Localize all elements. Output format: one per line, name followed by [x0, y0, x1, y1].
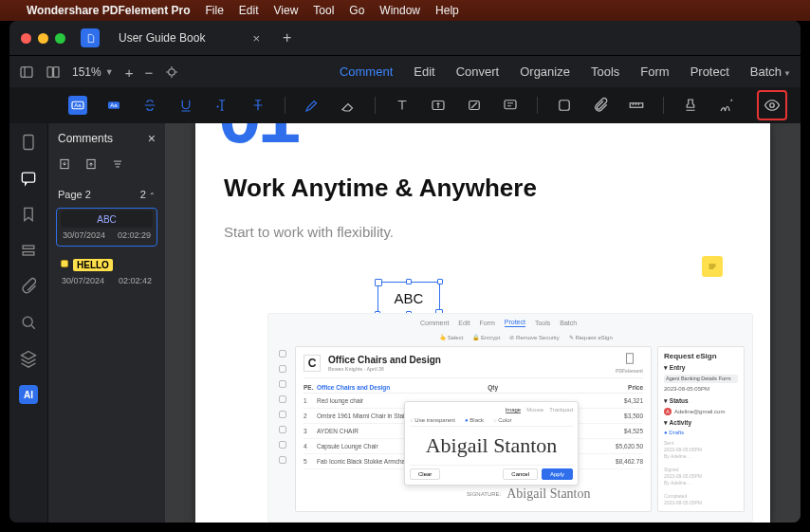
- sidebar-close-icon[interactable]: ×: [148, 131, 156, 146]
- macos-menubar: Wondershare PDFelement Pro File Edit Vie…: [0, 0, 810, 21]
- svg-rect-15: [24, 136, 33, 150]
- page-label: Page 2: [58, 189, 91, 200]
- panel-single-icon[interactable]: [19, 64, 34, 80]
- svg-rect-16: [22, 173, 34, 182]
- textbox-annotation[interactable]: ABC: [377, 282, 440, 314]
- tab-tools[interactable]: Tools: [591, 64, 619, 79]
- tab-organize[interactable]: Organize: [520, 64, 570, 79]
- attachment-tool-icon[interactable]: [591, 96, 610, 115]
- menu-file[interactable]: File: [206, 4, 224, 17]
- svg-rect-22: [62, 261, 68, 267]
- signature-tool-icon[interactable]: [717, 96, 736, 115]
- document-viewport[interactable]: 01 Work Anytime & Anywhere Start to work…: [165, 123, 801, 523]
- chevron-up-icon: ⌃: [149, 192, 156, 200]
- menu-edit[interactable]: Edit: [239, 4, 259, 17]
- ai-panel-icon[interactable]: AI: [19, 385, 38, 404]
- comment-time: 02:02:42: [119, 276, 152, 285]
- chevron-down-icon: ▼: [783, 69, 791, 78]
- tab-add-button[interactable]: +: [269, 29, 304, 46]
- note-tool-icon[interactable]: [501, 96, 520, 115]
- svg-rect-2: [47, 66, 52, 77]
- text-callout-tool-icon[interactable]: [429, 96, 448, 115]
- menu-help[interactable]: Help: [435, 4, 459, 17]
- shape-tool-icon[interactable]: [555, 96, 574, 115]
- textbox-tool-icon[interactable]: Aa: [68, 96, 87, 115]
- app-window: User Guide Book × + 151% ▼ + − Comment E…: [9, 21, 801, 523]
- fit-icon[interactable]: [164, 64, 179, 80]
- measure-tool-icon[interactable]: [627, 96, 646, 115]
- signature-dialog: Image Mouse Trackpad Use transparent Bla…: [404, 401, 579, 486]
- chapter-number: 01: [218, 123, 742, 132]
- comment-date: 30/07/2024: [63, 230, 105, 240]
- tab-form[interactable]: Form: [640, 64, 669, 79]
- insert-text-tool-icon[interactable]: [212, 96, 231, 115]
- hide-annotations-button[interactable]: [757, 90, 787, 120]
- titlebar: User Guide Book × +: [9, 21, 801, 55]
- tab-protect[interactable]: Protect: [690, 64, 729, 79]
- window-controls: [9, 33, 77, 44]
- page-heading: Work Anytime & Anywhere: [224, 174, 742, 203]
- svg-rect-11: [505, 101, 516, 109]
- caret-tool-icon[interactable]: [393, 96, 412, 115]
- comment-item-1[interactable]: ABC 30/07/2024 02:02:29: [56, 208, 157, 247]
- zoom-in-icon[interactable]: +: [125, 64, 134, 80]
- bookmarks-icon[interactable]: [19, 205, 38, 224]
- menu-go[interactable]: Go: [349, 4, 364, 17]
- sidebar-title: Comments: [58, 132, 113, 145]
- close-window[interactable]: [21, 33, 31, 44]
- svg-text:Aa: Aa: [110, 102, 118, 108]
- import-comments-icon[interactable]: [58, 157, 71, 174]
- tab-batch[interactable]: Batch▼: [750, 64, 791, 79]
- comments-panel-icon[interactable]: [19, 169, 38, 188]
- comment-item-2[interactable]: HELLO 30/07/2024 02:02:42: [56, 254, 157, 291]
- export-comments-icon[interactable]: [84, 157, 98, 174]
- svg-rect-18: [23, 252, 34, 255]
- area-highlight-tool-icon[interactable]: [465, 96, 484, 115]
- menu-tool[interactable]: Tool: [313, 4, 334, 17]
- em-tab: Edit: [458, 320, 469, 326]
- strikethrough-tool-icon[interactable]: [140, 96, 159, 115]
- sticky-note-annotation[interactable]: [702, 256, 723, 277]
- tab-convert[interactable]: Convert: [456, 64, 500, 79]
- stamp-tool-icon[interactable]: [681, 96, 700, 115]
- comment-time: 02:02:29: [118, 230, 151, 240]
- attachments-panel-icon[interactable]: [19, 277, 38, 296]
- page-group-header[interactable]: Page 2 2 ⌃: [48, 183, 165, 204]
- tab-comment[interactable]: Comment: [340, 64, 393, 79]
- underline-tool-icon[interactable]: [176, 96, 195, 115]
- app-icon: [81, 28, 100, 47]
- tab-close-icon[interactable]: ×: [252, 31, 260, 46]
- maximize-window[interactable]: [55, 33, 65, 44]
- svg-rect-23: [626, 354, 633, 364]
- panel-split-icon[interactable]: [46, 64, 61, 80]
- signature-preview: Abigail Stanton: [410, 426, 573, 466]
- page-canvas: 01 Work Anytime & Anywhere Start to work…: [195, 123, 770, 523]
- menu-view[interactable]: View: [274, 4, 299, 17]
- highlighter-pen-icon[interactable]: [303, 96, 322, 115]
- search-panel-icon[interactable]: [19, 313, 38, 332]
- svg-point-4: [169, 68, 175, 75]
- app-name: Wondershare PDFelement Pro: [27, 4, 191, 17]
- chevron-down-icon: ▼: [105, 67, 114, 77]
- eraser-tool-icon[interactable]: [339, 96, 358, 115]
- doc-title: Office Chairs and Design: [328, 355, 441, 365]
- filter-comments-icon[interactable]: [111, 157, 124, 174]
- divider: [663, 97, 664, 114]
- menu-window[interactable]: Window: [379, 4, 420, 17]
- highlight-tool-icon[interactable]: Aa: [104, 96, 123, 115]
- zoom-control[interactable]: 151% ▼: [72, 65, 114, 79]
- svg-rect-0: [21, 66, 32, 77]
- svg-rect-17: [23, 246, 34, 248]
- divider: [537, 97, 538, 114]
- comment-date: 30/07/2024: [62, 276, 104, 285]
- page-count: 2: [140, 189, 146, 200]
- em-tab: Tools: [535, 320, 550, 326]
- thumbnails-icon[interactable]: [19, 133, 38, 152]
- document-tab[interactable]: User Guide Book ×: [109, 28, 269, 49]
- zoom-out-icon[interactable]: −: [144, 64, 153, 80]
- stack-icon[interactable]: [19, 349, 38, 368]
- layers-icon[interactable]: [19, 241, 38, 260]
- minimize-window[interactable]: [38, 33, 48, 44]
- tab-edit[interactable]: Edit: [414, 64, 434, 79]
- replace-text-tool-icon[interactable]: [249, 96, 267, 115]
